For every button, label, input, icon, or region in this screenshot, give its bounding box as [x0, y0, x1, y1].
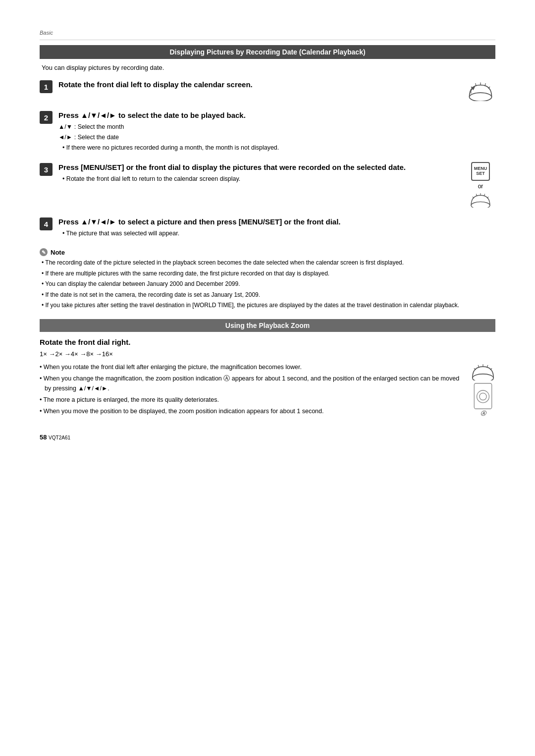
- zoom-icon-area: Ⓐ: [471, 363, 495, 417]
- step-2-details: ▲/▼ : Select the month ◄/► : Select the …: [58, 122, 495, 152]
- step-2-number: 2: [40, 111, 53, 124]
- step-3-detail-0: • Rotate the front dial left to return t…: [62, 174, 458, 184]
- step-4-details: • The picture that was selected will app…: [58, 229, 495, 238]
- small-dial-icon: [470, 192, 491, 208]
- step-1-title: Rotate the front dial left to display th…: [58, 79, 458, 90]
- step-4-content: Press ▲/▼/◄/► to select a picture and th…: [58, 216, 495, 239]
- step-3-icon: MENUSET or: [466, 162, 495, 208]
- zoom-content: • When you rotate the front dial left af…: [40, 363, 495, 419]
- zoom-dial-icon: [471, 363, 495, 380]
- step-2-detail-1: ◄/► : Select the date: [58, 133, 495, 142]
- note-item-4: • If you take pictures after setting the…: [42, 301, 495, 310]
- page-number: 58: [40, 433, 47, 441]
- note-item-3: • If the date is not set in the camera, …: [42, 290, 495, 300]
- note-section: ✎ Note • The recording date of the pictu…: [40, 248, 495, 310]
- zoom-detail-2: • The more a picture is enlarged, the mo…: [40, 395, 461, 405]
- svg-point-12: [473, 374, 494, 380]
- step-4-title: Press ▲/▼/◄/► to select a picture and th…: [58, 216, 495, 227]
- zoom-detail-3: • When you move the position to be displ…: [40, 407, 461, 416]
- zoom-detail-1: • When you change the magnification, the…: [40, 374, 461, 393]
- page-footer: 58 VQT2A61: [40, 433, 495, 441]
- step-1-icon: [466, 79, 495, 101]
- svg-point-20: [480, 393, 486, 400]
- zoom-text: • When you rotate the front dial left af…: [40, 363, 461, 419]
- menu-set-label: MENUSET: [474, 166, 487, 176]
- note-list: • The recording date of the picture sele…: [40, 258, 495, 310]
- svg-point-0: [469, 93, 491, 101]
- svg-point-6: [471, 202, 490, 208]
- subsection-title: Rotate the front dial right.: [40, 338, 495, 346]
- step-1-number: 1: [40, 80, 53, 93]
- label-a: Ⓐ: [481, 410, 486, 417]
- note-icon: ✎: [40, 248, 48, 256]
- note-item-1: • If there are multiple pictures with th…: [42, 269, 495, 278]
- step-2-detail-2: • If there were no pictures recorded dur…: [62, 143, 495, 153]
- section1-header: Displaying Pictures by Recording Date (C…: [40, 45, 495, 59]
- page-label: Basic: [40, 30, 495, 36]
- step-3-title: Press [MENU/SET] or the front dial to di…: [58, 162, 458, 172]
- note-title: ✎ Note: [40, 248, 495, 256]
- front-dial-icon: [468, 79, 493, 101]
- step-3: 3 Press [MENU/SET] or the front dial to …: [40, 162, 495, 208]
- top-divider: [40, 40, 495, 40]
- model-label: VQT2A61: [49, 435, 70, 440]
- step-1-content: Rotate the front dial left to display th…: [58, 79, 458, 92]
- step-2-content: Press ▲/▼/◄/► to select the date to be p…: [58, 110, 495, 153]
- zoom-detail-0: • When you rotate the front dial left af…: [40, 363, 461, 372]
- step-4-number: 4: [40, 217, 53, 230]
- step-4: 4 Press ▲/▼/◄/► to select a picture and …: [40, 216, 495, 239]
- step-2: 2 Press ▲/▼/◄/► to select the date to be…: [40, 110, 495, 153]
- or-label: or: [478, 183, 483, 190]
- step-3-details: • Rotate the front dial left to return t…: [58, 174, 458, 184]
- step-3-number: 3: [40, 163, 53, 176]
- section2-header: Using the Playback Zoom: [40, 319, 495, 332]
- step-2-detail-0: ▲/▼ : Select the month: [58, 122, 495, 132]
- note-item-2: • You can display the calendar between J…: [42, 279, 495, 289]
- note-label: Note: [51, 249, 65, 256]
- menu-set-icon: MENUSET: [471, 162, 490, 181]
- step-2-title: Press ▲/▼/◄/► to select the date to be p…: [58, 110, 495, 120]
- note-item-0: • The recording date of the picture sele…: [42, 258, 495, 268]
- zoom-sequence: 1× →2× →4× →8× →16×: [40, 350, 495, 358]
- camera-body-icon: [473, 382, 493, 410]
- svg-point-19: [477, 390, 489, 403]
- step-3-content: Press [MENU/SET] or the front dial to di…: [58, 162, 458, 185]
- step-4-detail-0: • The picture that was selected will app…: [62, 229, 495, 238]
- intro-text: You can display pictures by recording da…: [42, 64, 495, 71]
- step-1: 1 Rotate the front dial left to display …: [40, 79, 495, 101]
